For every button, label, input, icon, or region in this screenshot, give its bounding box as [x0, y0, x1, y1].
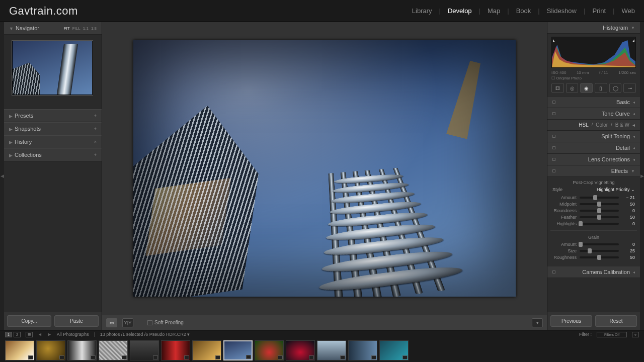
filmstrip-thumb[interactable] [255, 340, 284, 360]
color-tab[interactable]: Color [596, 122, 608, 128]
filter-lock-icon[interactable]: ⎆ [632, 332, 639, 337]
compare-view-button[interactable]: Y|Y [122, 318, 133, 327]
filmstrip-thumb[interactable] [99, 340, 128, 360]
vignette-midpoint-slider[interactable]: Midpoint50 [552, 202, 635, 207]
histogram-display [551, 37, 636, 68]
camera-calibration-header[interactable]: Camera Calibration◂ [547, 266, 640, 278]
filmstrip-count: 13 photos /1 selected /6 Pseudo HDR.CR2 … [100, 332, 190, 337]
monitor-1-button[interactable]: 1 [5, 332, 12, 337]
module-slideshow[interactable]: Slideshow [547, 7, 577, 15]
vignette-style-label: Style [552, 187, 562, 192]
develop-canvas[interactable] [102, 22, 547, 315]
effects-panel-header[interactable]: Effects▼ [547, 165, 640, 177]
meta-iso: ISO 400 [551, 70, 566, 75]
filmstrip-thumb[interactable] [223, 340, 253, 360]
module-book[interactable]: Book [516, 7, 531, 15]
filmstrip-thumb[interactable] [36, 340, 65, 360]
grid-icon[interactable]: ▦ [26, 332, 33, 337]
filmstrip-thumb[interactable] [286, 340, 315, 360]
copy-settings-button[interactable]: Copy... [7, 315, 51, 327]
effects-label: Effects [560, 168, 628, 174]
right-panel-lens-corrections[interactable]: Lens Corrections◂ [547, 154, 640, 165]
filmstrip-thumb[interactable] [161, 340, 190, 360]
toolbar-menu-button[interactable]: ▾ [532, 318, 543, 327]
hsl-panel-header[interactable]: HSL / Color / B & W ◂ [547, 120, 640, 131]
vignette-highlights-slider[interactable]: Highlights0 [552, 221, 635, 226]
filmstrip-thumb[interactable] [379, 340, 409, 360]
spot-tool[interactable]: ◎ [566, 83, 579, 93]
module-web[interactable]: Web [622, 7, 635, 15]
meta-shutter: 1/200 sec [618, 70, 636, 75]
right-panel-split-toning[interactable]: Split Toning◂ [547, 131, 640, 142]
filter-select[interactable]: Filters Off [597, 332, 627, 337]
vignette-amount-slider[interactable]: Amount− 21 [552, 195, 635, 200]
reset-button[interactable]: Reset [595, 315, 637, 327]
calibration-label: Camera Calibration [560, 269, 630, 275]
module-develop[interactable]: Develop [448, 7, 472, 15]
navigator-preview[interactable] [4, 35, 102, 109]
filmstrip-thumb[interactable] [317, 340, 346, 360]
right-panel-tone-curve[interactable]: Tone Curve◂ [547, 108, 640, 120]
nav-fwd-button[interactable]: ► [47, 332, 52, 337]
hsl-tab[interactable]: HSL [579, 122, 588, 128]
svg-marker-4 [553, 39, 555, 42]
filmstrip-thumb[interactable] [348, 340, 377, 360]
grain-roughness-slider[interactable]: Roughness50 [552, 255, 635, 260]
navigator-label: Navigator [16, 25, 39, 31]
filmstrip-source[interactable]: All Photographs [57, 332, 89, 337]
svg-marker-5 [632, 39, 634, 42]
previous-button[interactable]: Previous [550, 315, 592, 327]
radial-tool[interactable]: ◯ [609, 83, 622, 93]
filmstrip-thumb[interactable] [67, 340, 97, 360]
filter-label: Filter : [579, 332, 592, 337]
grain-size-slider[interactable]: Size25 [552, 248, 635, 253]
histogram-label: Histogram [552, 25, 628, 31]
right-panel-detail[interactable]: Detail◂ [547, 142, 640, 154]
nav-back-button[interactable]: ◄ [38, 332, 42, 337]
grain-section-title: Grain [552, 235, 635, 240]
vignette-section-title: Post-Crop Vignetting [552, 180, 635, 185]
right-panel-basic[interactable]: Basic◂ [547, 97, 640, 108]
soft-proofing-toggle[interactable]: Soft Proofing [147, 320, 184, 325]
brush-tool[interactable]: ⊸ [623, 83, 636, 93]
left-panel-history[interactable]: ▶History× [4, 135, 102, 148]
brand-title: Gavtrain.com [9, 5, 78, 18]
bw-tab[interactable]: B & W [615, 122, 629, 128]
filmstrip-thumb[interactable] [130, 340, 159, 360]
left-panel-presets[interactable]: ▶Presets+ [4, 109, 102, 122]
histogram-panel-header[interactable]: Histogram▼ [547, 22, 640, 34]
navigator-panel-header[interactable]: ▼Navigator FITFILL1:11:8 [4, 22, 102, 35]
meta-aperture: f / 11 [599, 70, 608, 75]
gradient-tool[interactable]: ▯ [595, 83, 607, 93]
grain-amount-slider[interactable]: Amount0 [552, 242, 635, 247]
crop-tool[interactable]: ⚃ [551, 83, 564, 93]
left-panel-snapshots[interactable]: ▶Snapshots+ [4, 122, 102, 135]
vignette-roundness-slider[interactable]: Roundness0 [552, 208, 635, 213]
module-map[interactable]: Map [488, 7, 500, 15]
redeye-tool[interactable]: ◉ [580, 83, 593, 93]
paste-settings-button[interactable]: Paste [54, 315, 99, 327]
filmstrip-thumb[interactable] [5, 340, 34, 360]
vignette-feather-slider[interactable]: Feather50 [552, 215, 635, 220]
module-switcher: Library|Develop|Map|Book|Slideshow|Print… [412, 7, 635, 15]
soft-proofing-label: Soft Proofing [154, 320, 184, 325]
left-panel-collapse[interactable]: ◀ [0, 22, 4, 330]
left-panel-collections[interactable]: ▶Collections+ [4, 148, 102, 161]
module-library[interactable]: Library [412, 7, 432, 15]
vignette-style-select[interactable]: Highlight Priority ⌄ [597, 187, 635, 192]
meta-focal: 10 mm [577, 70, 589, 75]
navigator-zoom-picker[interactable]: FITFILL1:11:8 [64, 26, 97, 31]
filmstrip-thumb[interactable] [192, 340, 221, 360]
loupe-view-button[interactable]: ▭ [106, 318, 117, 327]
right-panel-collapse[interactable]: ▶ [640, 22, 644, 330]
module-print[interactable]: Print [592, 7, 606, 15]
monitor-2-button[interactable]: 2 [14, 332, 21, 337]
